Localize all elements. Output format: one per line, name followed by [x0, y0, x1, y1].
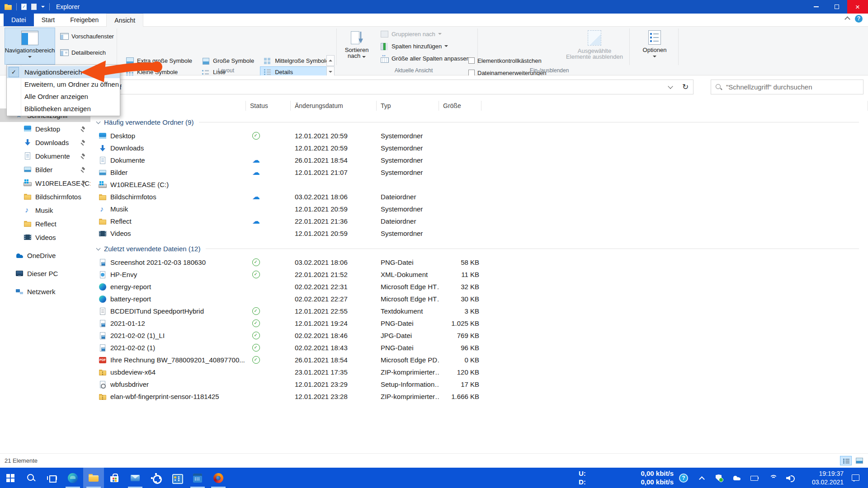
file-row[interactable]: Videos12.01.2021 20:59Systemordner	[90, 227, 868, 239]
search-box[interactable]	[711, 80, 863, 94]
file-row[interactable]: Dokumente26.01.2021 18:54Systemordner	[90, 154, 868, 166]
close-button[interactable]: ×	[847, 0, 868, 14]
new-folder-icon[interactable]	[31, 4, 37, 10]
menu-item-erweitern-um-ordner-zu-ffnen[interactable]: Erweitern, um Ordner zu öffnen	[7, 78, 120, 90]
taskbar-explorer-button[interactable]	[83, 468, 104, 488]
file-name-cell[interactable]: 2021-02-02 (1)_LI	[90, 332, 246, 340]
file-row[interactable]: Bildschirmfotos03.02.2021 18:06Dateiordn…	[90, 191, 868, 203]
file-row[interactable]: 2021-02-02 (1)_LI02.02.2021 18:46JPG-Dat…	[90, 329, 868, 342]
file-name-cell[interactable]: Musik	[90, 205, 246, 213]
file-name-cell[interactable]: Screenshot 2021-02-03 180630	[90, 258, 246, 267]
minimize-ribbon-icon[interactable]	[844, 16, 850, 21]
file-row[interactable]: Screenshot 2021-02-03 18063003.02.2021 1…	[90, 256, 868, 268]
group-header-zuletzt-verwendete-dateien-12[interactable]: Zuletzt verwendete Dateien (12)	[97, 242, 859, 255]
file-row[interactable]: 2021-01-1212.01.2021 19:24PNG-Datei1.025…	[90, 317, 868, 329]
menu-item-navigationsbereich[interactable]: ✓Navigationsbereich	[7, 66, 120, 78]
file-row[interactable]: Musik12.01.2021 20:59Systemordner	[90, 203, 868, 215]
file-name-cell[interactable]: Ihre Rechnung BW_788009201_40897700...	[90, 356, 246, 364]
taskbar-firefox-button[interactable]	[208, 468, 229, 488]
onedrive-tray-icon[interactable]	[732, 474, 741, 483]
sidebar-item-musik[interactable]: Musik	[0, 203, 90, 217]
file-name-cell[interactable]: 2021-01-12	[90, 319, 246, 328]
gallery-up-button[interactable]	[326, 55, 335, 66]
taskbar-reports-app-button[interactable]	[166, 468, 187, 488]
tab-datei[interactable]: Datei	[4, 14, 34, 26]
menu-item-alle-ordner-anzeigen[interactable]: Alle Ordner anzeigen	[7, 90, 120, 103]
checkbox-elementkontrollk-stchen[interactable]: Elementkontrollkästchen	[467, 55, 548, 66]
taskbar-store-button[interactable]	[104, 468, 125, 488]
tab-freigeben[interactable]: Freigeben	[62, 14, 106, 26]
file-name-cell[interactable]: Bildschirmfotos	[90, 193, 246, 201]
group-header-h-ufig-verwendete-ordner-9[interactable]: Häufig verwendete Ordner (9)	[97, 116, 859, 129]
taskbar-mail-button[interactable]	[125, 468, 146, 488]
sidebar-item-dieser-pc[interactable]: Dieser PC	[0, 267, 90, 280]
action-center-icon[interactable]	[851, 474, 860, 483]
tray-expand-chevron-icon[interactable]	[697, 474, 706, 483]
battery-icon[interactable]	[750, 474, 760, 483]
checkbox-icon[interactable]	[468, 57, 475, 64]
add-columns-button[interactable]: Spalten hinzufügen	[378, 41, 450, 52]
file-row[interactable]: Desktop12.01.2021 20:59Systemordner	[90, 130, 868, 142]
layout-option-extra-gro-e-symbole[interactable]: Extra große Symbole	[122, 55, 195, 66]
customize-qat-arrow-icon[interactable]	[41, 6, 45, 8]
file-name-cell[interactable]: usbdeview-x64	[90, 368, 246, 376]
file-name-cell[interactable]: wbfusbdriver	[90, 380, 246, 389]
checkbox-icon[interactable]	[468, 70, 475, 76]
taskbar-task-view-button[interactable]	[42, 468, 62, 488]
file-row[interactable]: W10RELEASE (C:)	[90, 178, 868, 191]
file-row[interactable]: Bilder12.01.2021 21:07Systemordner	[90, 166, 868, 178]
wifi-icon[interactable]	[769, 474, 778, 483]
taskbar-start-button[interactable]	[0, 468, 21, 488]
taskbar-edge-button[interactable]	[62, 468, 83, 488]
sidebar-item-videos[interactable]: Videos	[0, 230, 90, 244]
help-icon[interactable]: ?	[855, 15, 863, 23]
menu-item-bibliotheken-anzeigen[interactable]: Bibliotheken anzeigen	[7, 103, 120, 115]
layout-option-mittelgro-e-symbole[interactable]: Mittelgroße Symbole	[260, 55, 332, 66]
group-by-button[interactable]: Gruppieren nach	[378, 28, 443, 39]
address-dropdown-button[interactable]	[663, 80, 678, 94]
file-name-cell[interactable]: elan-wbf-fingerprint-sensor-1181425	[90, 393, 246, 401]
file-row[interactable]: Ihre Rechnung BW_788009201_40897700...26…	[90, 354, 868, 366]
taskbar-settings-button[interactable]	[146, 468, 166, 488]
sidebar-item-onedrive[interactable]: OneDrive	[0, 249, 90, 262]
properties-icon[interactable]	[21, 4, 27, 10]
defender-shield-icon[interactable]	[714, 474, 723, 483]
maximize-button[interactable]	[826, 0, 847, 14]
column-header-size[interactable]: Größe	[439, 101, 481, 111]
refresh-button[interactable]: ↻	[679, 80, 692, 94]
layout-option-gro-e-symbole[interactable]: Große Symbole	[198, 55, 257, 66]
column-header-status[interactable]: Status	[246, 101, 291, 111]
fit-columns-button[interactable]: Größe aller Spalten anpassen	[378, 53, 472, 64]
file-name-cell[interactable]: Videos	[90, 230, 246, 238]
sidebar-item-w10release-c[interactable]: W10RELEASE (C:	[0, 176, 90, 190]
file-name-cell[interactable]: Downloads	[90, 144, 246, 152]
file-name-cell[interactable]: W10RELEASE (C:)	[90, 181, 246, 189]
sidebar-item-bildschirmfotos[interactable]: Bildschirmfotos	[0, 190, 90, 203]
file-row[interactable]: HP-Envy22.01.2021 21:52XML-Dokument11 KB	[90, 268, 868, 281]
tab-start[interactable]: Start	[34, 14, 63, 26]
file-name-cell[interactable]: 2021-02-02 (1)	[90, 344, 246, 352]
file-row[interactable]: Reflect22.01.2021 21:36Dateiordner	[90, 215, 868, 227]
tab-ansicht[interactable]: Ansicht	[106, 14, 143, 27]
options-button[interactable]: Optionen	[635, 28, 675, 65]
thumbnail-view-button[interactable]	[854, 456, 865, 465]
column-header-date[interactable]: Änderungsdatum	[291, 101, 377, 111]
sidebar-item-downloads[interactable]: Downloads	[0, 136, 90, 149]
details-pane-button[interactable]: Detailbereich	[58, 47, 108, 58]
navigation-pane-button[interactable]: Navigationsbereich	[5, 28, 55, 65]
sidebar-item-desktop[interactable]: Desktop	[0, 122, 90, 136]
search-input[interactable]	[726, 83, 859, 91]
address-field[interactable]: Schnellzugriff ↻	[68, 80, 693, 94]
file-name-cell[interactable]: Dokumente	[90, 156, 246, 164]
file-row[interactable]: BCDEDITund SpeedportHybrid12.01.2021 22:…	[90, 305, 868, 317]
file-row[interactable]: battery-report02.02.2021 22:27Microsoft …	[90, 293, 868, 305]
file-name-cell[interactable]: energy-report	[90, 283, 246, 291]
sidebar-item-netzwerk[interactable]: Netzwerk	[0, 285, 90, 298]
help-tray-icon[interactable]: ?	[679, 474, 688, 483]
taskbar-search-button[interactable]	[21, 468, 42, 488]
file-row[interactable]: elan-wbf-fingerprint-sensor-118142512.01…	[90, 390, 868, 403]
file-name-cell[interactable]: Reflect	[90, 217, 246, 225]
file-name-cell[interactable]: Desktop	[90, 132, 246, 140]
file-row[interactable]: 2021-02-02 (1)02.02.2021 18:43PNG-Datei9…	[90, 342, 868, 354]
volume-icon[interactable]	[786, 474, 795, 483]
